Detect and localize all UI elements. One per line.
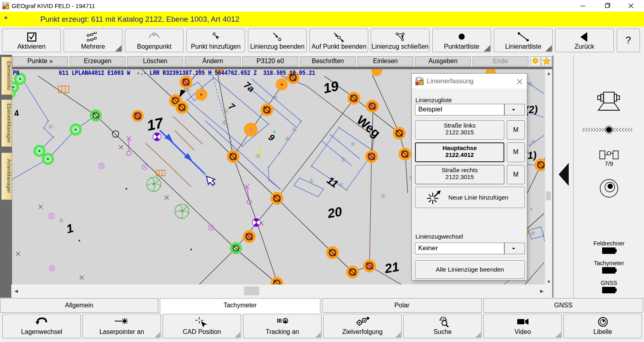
svg-text:9: 9 bbox=[266, 132, 277, 143]
svg-text:GNSS: GNSS bbox=[601, 280, 617, 286]
svg-text:4: 4 bbox=[12, 108, 20, 119]
svg-text:Tachymeter: Tachymeter bbox=[594, 260, 624, 266]
svg-text:Feldrechner: Feldrechner bbox=[593, 240, 625, 247]
svg-text:21: 21 bbox=[383, 259, 400, 276]
svg-text:17: 17 bbox=[145, 114, 165, 134]
svg-text:7/9: 7/9 bbox=[605, 160, 613, 167]
svg-text:7: 7 bbox=[227, 101, 237, 112]
svg-text:1: 1 bbox=[65, 221, 75, 236]
svg-text:11: 11 bbox=[325, 174, 341, 190]
svg-text:19: 19 bbox=[322, 78, 340, 96]
svg-text:20: 20 bbox=[326, 204, 343, 221]
